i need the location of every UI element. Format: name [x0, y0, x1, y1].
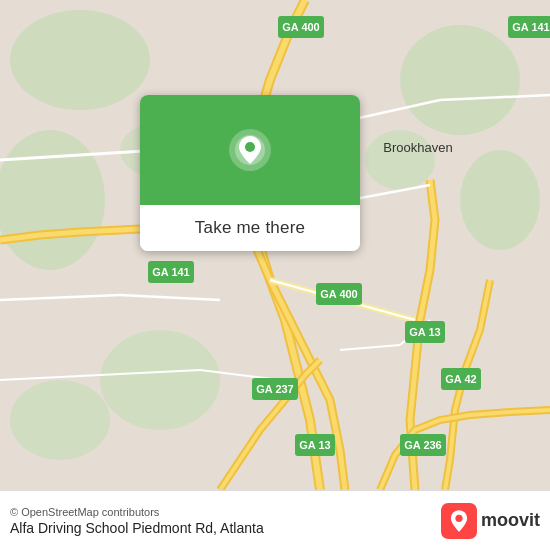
location-pin-icon [228, 128, 272, 172]
svg-point-4 [460, 150, 540, 250]
copyright-text: © OpenStreetMap contributors [10, 506, 441, 518]
svg-text:GA 13: GA 13 [409, 326, 440, 338]
moovit-logo: moovit [441, 503, 540, 539]
svg-point-44 [245, 142, 255, 152]
moovit-brand-text: moovit [481, 510, 540, 531]
svg-point-1 [10, 10, 150, 110]
bottom-text-area: © OpenStreetMap contributors Alfa Drivin… [10, 506, 441, 536]
svg-text:GA 42: GA 42 [445, 373, 476, 385]
popup-card: Take me there [140, 95, 360, 251]
svg-text:GA 400: GA 400 [320, 288, 358, 300]
svg-point-7 [365, 130, 435, 190]
svg-point-3 [400, 25, 520, 135]
take-me-there-button[interactable]: Take me there [195, 218, 305, 238]
svg-text:Brookhaven: Brookhaven [383, 140, 452, 155]
svg-point-5 [100, 330, 220, 430]
svg-point-46 [455, 514, 462, 521]
popup-green-section [140, 95, 360, 205]
bottom-bar: © OpenStreetMap contributors Alfa Drivin… [0, 490, 550, 550]
svg-point-6 [10, 380, 110, 460]
popup-button-section[interactable]: Take me there [140, 205, 360, 251]
svg-text:GA 141: GA 141 [512, 21, 550, 33]
moovit-icon [441, 503, 477, 539]
svg-text:GA 236: GA 236 [404, 439, 442, 451]
svg-text:GA 237: GA 237 [256, 383, 294, 395]
svg-point-2 [0, 130, 105, 270]
map-container: GA 400 GA 141 GA 141 GA 400 GA 13 GA 237… [0, 0, 550, 490]
svg-text:GA 400: GA 400 [282, 21, 320, 33]
svg-text:GA 141: GA 141 [152, 266, 190, 278]
location-name: Alfa Driving School Piedmont Rd, Atlanta [10, 520, 441, 536]
svg-text:GA 13: GA 13 [299, 439, 330, 451]
